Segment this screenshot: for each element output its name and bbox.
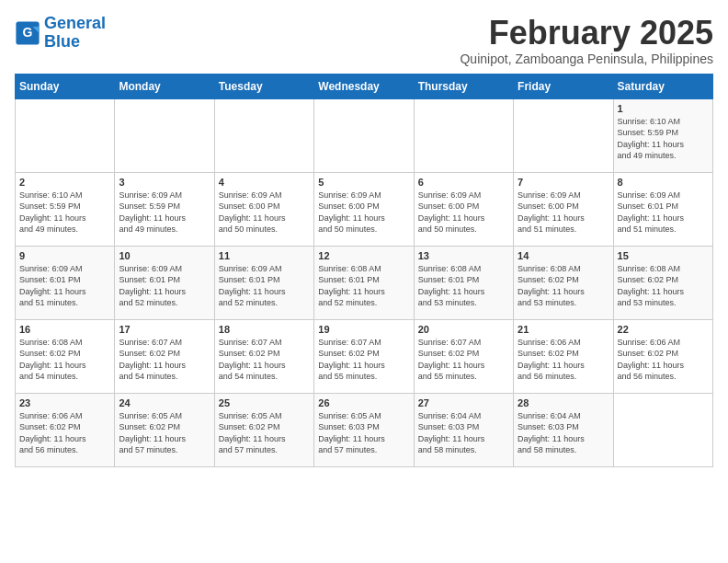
day-number: 17 <box>119 324 210 335</box>
day-number: 13 <box>418 250 509 261</box>
weekday-header: Wednesday <box>314 74 414 98</box>
weekday-header: Saturday <box>613 74 712 98</box>
day-info: Sunrise: 6:08 AM Sunset: 6:02 PM Dayligh… <box>518 263 609 309</box>
day-number: 2 <box>19 177 110 188</box>
page-header: G General Blue February 2025 Quinipot, Z… <box>15 15 713 66</box>
day-number: 14 <box>518 250 609 261</box>
day-info: Sunrise: 6:09 AM Sunset: 6:00 PM Dayligh… <box>518 190 609 236</box>
day-info: Sunrise: 6:06 AM Sunset: 6:02 PM Dayligh… <box>618 337 709 383</box>
weekday-header: Monday <box>115 74 214 98</box>
day-info: Sunrise: 6:05 AM Sunset: 6:03 PM Dayligh… <box>318 410 409 456</box>
day-number: 27 <box>418 397 509 408</box>
calendar-cell: 5Sunrise: 6:09 AM Sunset: 6:00 PM Daylig… <box>314 172 414 246</box>
calendar-cell: 11Sunrise: 6:09 AM Sunset: 6:01 PM Dayli… <box>214 246 313 319</box>
calendar-cell <box>613 393 712 466</box>
calendar-title: February 2025 <box>460 15 713 52</box>
day-number: 21 <box>518 324 609 335</box>
calendar-cell <box>115 98 214 172</box>
calendar-table: SundayMondayTuesdayWednesdayThursdayFrid… <box>15 74 713 467</box>
calendar-cell: 8Sunrise: 6:09 AM Sunset: 6:01 PM Daylig… <box>613 172 712 246</box>
calendar-cell: 9Sunrise: 6:09 AM Sunset: 6:01 PM Daylig… <box>16 246 115 319</box>
calendar-cell <box>414 98 513 172</box>
day-number: 15 <box>618 250 709 261</box>
calendar-subtitle: Quinipot, Zamboanga Peninsula, Philippin… <box>460 52 713 66</box>
day-number: 23 <box>19 397 110 408</box>
day-info: Sunrise: 6:09 AM Sunset: 6:01 PM Dayligh… <box>618 190 709 236</box>
calendar-cell: 17Sunrise: 6:07 AM Sunset: 6:02 PM Dayli… <box>115 319 214 393</box>
calendar-cell: 10Sunrise: 6:09 AM Sunset: 6:01 PM Dayli… <box>115 246 214 319</box>
logo: G General Blue <box>15 15 106 52</box>
day-number: 20 <box>418 324 509 335</box>
day-info: Sunrise: 6:07 AM Sunset: 6:02 PM Dayligh… <box>418 337 509 383</box>
calendar-cell: 27Sunrise: 6:04 AM Sunset: 6:03 PM Dayli… <box>414 393 513 466</box>
calendar-cell: 6Sunrise: 6:09 AM Sunset: 6:00 PM Daylig… <box>414 172 513 246</box>
calendar-header: SundayMondayTuesdayWednesdayThursdayFrid… <box>16 74 713 98</box>
day-number: 9 <box>19 250 110 261</box>
title-block: February 2025 Quinipot, Zamboanga Penins… <box>460 15 713 66</box>
day-number: 25 <box>219 397 310 408</box>
day-info: Sunrise: 6:07 AM Sunset: 6:02 PM Dayligh… <box>318 337 409 383</box>
calendar-cell: 12Sunrise: 6:08 AM Sunset: 6:01 PM Dayli… <box>314 246 414 319</box>
day-info: Sunrise: 6:10 AM Sunset: 5:59 PM Dayligh… <box>19 190 110 236</box>
day-info: Sunrise: 6:09 AM Sunset: 6:00 PM Dayligh… <box>418 190 509 236</box>
calendar-cell: 4Sunrise: 6:09 AM Sunset: 6:00 PM Daylig… <box>214 172 313 246</box>
weekday-header: Friday <box>514 74 613 98</box>
logo-icon: G <box>15 20 40 46</box>
calendar-cell: 28Sunrise: 6:04 AM Sunset: 6:03 PM Dayli… <box>514 393 613 466</box>
calendar-cell: 24Sunrise: 6:05 AM Sunset: 6:02 PM Dayli… <box>115 393 214 466</box>
weekday-header: Sunday <box>16 74 115 98</box>
calendar-cell: 15Sunrise: 6:08 AM Sunset: 6:02 PM Dayli… <box>613 246 712 319</box>
day-number: 12 <box>318 250 409 261</box>
calendar-cell: 18Sunrise: 6:07 AM Sunset: 6:02 PM Dayli… <box>214 319 313 393</box>
day-number: 28 <box>518 397 609 408</box>
logo-text: General Blue <box>44 15 106 52</box>
day-info: Sunrise: 6:09 AM Sunset: 5:59 PM Dayligh… <box>119 190 210 236</box>
day-info: Sunrise: 6:09 AM Sunset: 6:01 PM Dayligh… <box>19 263 110 309</box>
day-number: 16 <box>19 324 110 335</box>
calendar-cell: 25Sunrise: 6:05 AM Sunset: 6:02 PM Dayli… <box>214 393 313 466</box>
calendar-cell: 22Sunrise: 6:06 AM Sunset: 6:02 PM Dayli… <box>613 319 712 393</box>
calendar-cell <box>214 98 313 172</box>
calendar-cell <box>514 98 613 172</box>
day-info: Sunrise: 6:08 AM Sunset: 6:02 PM Dayligh… <box>618 263 709 309</box>
day-number: 19 <box>318 324 409 335</box>
day-number: 11 <box>219 250 310 261</box>
day-info: Sunrise: 6:04 AM Sunset: 6:03 PM Dayligh… <box>518 410 609 456</box>
weekday-header: Tuesday <box>214 74 313 98</box>
calendar-cell: 21Sunrise: 6:06 AM Sunset: 6:02 PM Dayli… <box>514 319 613 393</box>
day-info: Sunrise: 6:09 AM Sunset: 6:01 PM Dayligh… <box>119 263 210 309</box>
calendar-cell: 1Sunrise: 6:10 AM Sunset: 5:59 PM Daylig… <box>613 98 712 172</box>
day-info: Sunrise: 6:09 AM Sunset: 6:00 PM Dayligh… <box>219 190 310 236</box>
day-info: Sunrise: 6:07 AM Sunset: 6:02 PM Dayligh… <box>219 337 310 383</box>
day-info: Sunrise: 6:07 AM Sunset: 6:02 PM Dayligh… <box>119 337 210 383</box>
day-number: 3 <box>119 177 210 188</box>
day-info: Sunrise: 6:05 AM Sunset: 6:02 PM Dayligh… <box>219 410 310 456</box>
day-number: 24 <box>119 397 210 408</box>
day-info: Sunrise: 6:08 AM Sunset: 6:02 PM Dayligh… <box>19 337 110 383</box>
calendar-cell: 26Sunrise: 6:05 AM Sunset: 6:03 PM Dayli… <box>314 393 414 466</box>
day-number: 5 <box>318 177 409 188</box>
calendar-cell: 19Sunrise: 6:07 AM Sunset: 6:02 PM Dayli… <box>314 319 414 393</box>
day-number: 6 <box>418 177 509 188</box>
calendar-cell: 23Sunrise: 6:06 AM Sunset: 6:02 PM Dayli… <box>16 393 115 466</box>
calendar-cell: 14Sunrise: 6:08 AM Sunset: 6:02 PM Dayli… <box>514 246 613 319</box>
svg-text:G: G <box>23 25 33 40</box>
day-info: Sunrise: 6:06 AM Sunset: 6:02 PM Dayligh… <box>19 410 110 456</box>
calendar-cell <box>16 98 115 172</box>
day-number: 1 <box>618 103 709 114</box>
day-number: 8 <box>618 177 709 188</box>
calendar-cell <box>314 98 414 172</box>
day-info: Sunrise: 6:10 AM Sunset: 5:59 PM Dayligh… <box>618 116 709 162</box>
day-info: Sunrise: 6:06 AM Sunset: 6:02 PM Dayligh… <box>518 337 609 383</box>
calendar-cell: 20Sunrise: 6:07 AM Sunset: 6:02 PM Dayli… <box>414 319 513 393</box>
day-info: Sunrise: 6:08 AM Sunset: 6:01 PM Dayligh… <box>318 263 409 309</box>
day-info: Sunrise: 6:05 AM Sunset: 6:02 PM Dayligh… <box>119 410 210 456</box>
day-number: 26 <box>318 397 409 408</box>
calendar-cell: 3Sunrise: 6:09 AM Sunset: 5:59 PM Daylig… <box>115 172 214 246</box>
calendar-cell: 13Sunrise: 6:08 AM Sunset: 6:01 PM Dayli… <box>414 246 513 319</box>
weekday-header: Thursday <box>414 74 513 98</box>
day-number: 7 <box>518 177 609 188</box>
day-number: 22 <box>618 324 709 335</box>
day-info: Sunrise: 6:09 AM Sunset: 6:01 PM Dayligh… <box>219 263 310 309</box>
day-number: 10 <box>119 250 210 261</box>
